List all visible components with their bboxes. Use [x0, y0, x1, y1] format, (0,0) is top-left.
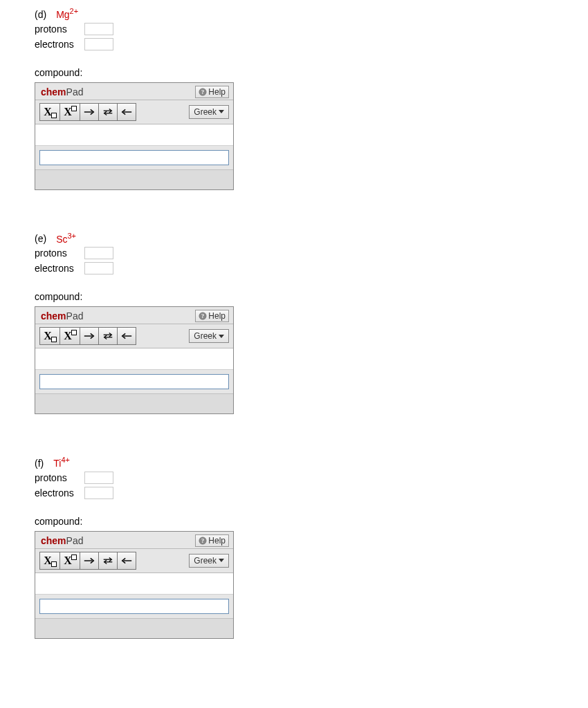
electrons-label: electrons [35, 263, 84, 274]
chempad-widget: chemPad ? Help X X Greek [35, 82, 234, 190]
equilibrium-arrow-button[interactable] [98, 552, 118, 570]
greek-dropdown-button[interactable]: Greek [189, 329, 229, 343]
ion-element: Sc [56, 233, 67, 244]
protons-label: protons [35, 472, 84, 483]
brand-chem: chem [41, 535, 66, 546]
electrons-input[interactable] [84, 38, 113, 50]
protons-label: protons [35, 248, 84, 259]
compound-label: compound: [35, 67, 553, 78]
reverse-arrow-button[interactable] [117, 103, 136, 121]
svg-text:?: ? [201, 89, 204, 95]
question-block: (d) Mg2+ protons electrons compound: che… [35, 7, 553, 190]
chempad-preview-area [35, 573, 233, 595]
brand-chem: chem [41, 86, 66, 97]
chempad-toolbar: X X Greek [35, 100, 233, 124]
ion-charge: 4+ [61, 456, 70, 464]
brand-chem: chem [41, 310, 66, 322]
chempad-brand: chemPad [41, 86, 84, 97]
superscript-box-icon [71, 106, 77, 111]
chevron-down-icon [219, 335, 224, 338]
format-button-group: X X [39, 103, 136, 121]
greek-label: Greek [194, 107, 217, 117]
chempad-footer [35, 169, 233, 189]
chempad-input[interactable] [39, 150, 229, 165]
chempad-input-wrap [35, 595, 233, 618]
help-button[interactable]: ? Help [195, 534, 229, 547]
protons-label: protons [35, 24, 84, 35]
protons-input[interactable] [84, 247, 113, 259]
subscript-button[interactable]: X [39, 103, 60, 121]
superscript-button[interactable]: X [59, 103, 80, 121]
brand-pad: Pad [66, 310, 84, 322]
superscript-box-icon [71, 555, 77, 560]
help-button[interactable]: ? Help [195, 86, 229, 98]
forward-arrow-button[interactable] [80, 103, 99, 121]
part-header: (f) Ti4+ [35, 456, 553, 469]
chempad-brand: chemPad [41, 535, 84, 546]
svg-text:?: ? [201, 538, 204, 544]
reverse-arrow-button[interactable] [117, 327, 136, 345]
chempad-widget: chemPad ? Help X X Greek [35, 306, 234, 414]
chempad-toolbar: X X Greek [35, 549, 233, 573]
chempad-preview-area [35, 124, 233, 146]
electrons-row: electrons [35, 262, 553, 274]
subscript-button[interactable]: X [39, 327, 60, 345]
help-label: Help [208, 87, 226, 97]
forward-arrow-button[interactable] [80, 327, 99, 345]
ion-charge: 3+ [67, 232, 76, 240]
subscript-box-icon [51, 561, 57, 567]
help-button[interactable]: ? Help [195, 310, 229, 322]
chempad-input[interactable] [39, 374, 229, 389]
subscript-box-icon [51, 337, 57, 342]
superscript-box-icon [71, 330, 77, 335]
ion-element: Mg [56, 9, 69, 20]
protons-row: protons [35, 23, 553, 35]
protons-row: protons [35, 472, 553, 484]
greek-label: Greek [194, 556, 217, 566]
chempad-header: chemPad ? Help [35, 307, 233, 324]
chempad-widget: chemPad ? Help X X Greek [35, 531, 234, 639]
protons-row: protons [35, 247, 553, 259]
superscript-button[interactable]: X [59, 552, 80, 570]
chempad-header: chemPad ? Help [35, 83, 233, 100]
electrons-input[interactable] [84, 487, 113, 499]
help-label: Help [208, 536, 226, 546]
chevron-down-icon [219, 559, 224, 562]
protons-input[interactable] [84, 472, 113, 484]
electrons-row: electrons [35, 38, 553, 50]
subscript-button[interactable]: X [39, 552, 60, 570]
format-button-group: X X [39, 552, 136, 570]
greek-dropdown-button[interactable]: Greek [189, 554, 229, 568]
equilibrium-arrow-button[interactable] [98, 327, 118, 345]
brand-pad: Pad [66, 86, 84, 97]
chempad-header: chemPad ? Help [35, 532, 233, 549]
part-header: (d) Mg2+ [35, 7, 553, 20]
subscript-box-icon [51, 113, 57, 118]
compound-label: compound: [35, 291, 553, 302]
ion-formula: Mg2+ [56, 7, 78, 20]
ion-charge: 2+ [70, 7, 79, 15]
part-label: (f) [35, 458, 44, 469]
superscript-button[interactable]: X [59, 327, 80, 345]
svg-text:?: ? [201, 313, 204, 319]
chempad-brand: chemPad [41, 310, 84, 322]
help-icon: ? [199, 88, 207, 96]
ion-element: Ti [53, 458, 61, 469]
forward-arrow-button[interactable] [80, 552, 99, 570]
help-icon: ? [199, 537, 207, 545]
greek-dropdown-button[interactable]: Greek [189, 105, 229, 119]
compound-label: compound: [35, 516, 553, 527]
equilibrium-arrow-button[interactable] [98, 103, 118, 121]
reverse-arrow-button[interactable] [117, 552, 136, 570]
chempad-input[interactable] [39, 599, 229, 614]
part-label: (d) [35, 9, 46, 20]
electrons-label: electrons [35, 39, 84, 50]
question-block: (f) Ti4+ protons electrons compound: che… [35, 456, 553, 639]
ion-formula: Sc3+ [56, 232, 76, 245]
chempad-preview-area [35, 348, 233, 370]
help-icon: ? [199, 312, 207, 320]
electrons-input[interactable] [84, 262, 113, 274]
help-label: Help [208, 311, 226, 321]
protons-input[interactable] [84, 23, 113, 35]
chempad-input-wrap [35, 146, 233, 169]
